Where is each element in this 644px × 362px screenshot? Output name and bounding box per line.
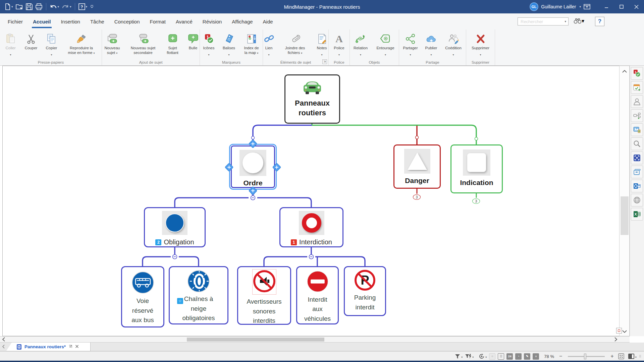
horizontal-scrollbar-thumb[interactable] xyxy=(187,338,324,342)
topic-indication[interactable]: Indication xyxy=(450,144,503,193)
find-binoculars-button[interactable]: ▾ xyxy=(574,17,584,24)
tab-accueil[interactable]: Accueil xyxy=(28,13,56,29)
scroll-up-icon[interactable] xyxy=(620,68,629,74)
zoom-in-button[interactable]: + xyxy=(610,353,613,359)
toggle-pen-button[interactable]: ✎ xyxy=(524,353,530,360)
icones-button[interactable]: 1 Icônes xyxy=(200,32,218,55)
filter-button[interactable] xyxy=(454,353,463,359)
nouveau-sujet-button[interactable]: Nouveausujet xyxy=(100,32,124,55)
search-input[interactable]: Rechercher ▾ xyxy=(518,17,569,25)
topic-panneaux-routiers[interactable]: Panneauxroutiers xyxy=(284,74,340,124)
indication-collapse-count[interactable]: 3 xyxy=(472,198,480,204)
help-menu-button[interactable]: ? ▾ xyxy=(77,2,89,12)
zoom-slider-thumb[interactable] xyxy=(584,354,586,359)
topic-obligation[interactable]: 2 Obligation xyxy=(144,207,206,247)
tab-aide[interactable]: Aide xyxy=(258,13,278,29)
police-dropdown-icon[interactable] xyxy=(338,51,340,57)
redo-button[interactable]: ▾ xyxy=(60,2,73,12)
fit-map-button[interactable] xyxy=(616,328,622,334)
vertical-scrollbar[interactable] xyxy=(619,66,630,336)
sidebar-tab-search[interactable] xyxy=(631,137,643,150)
user-menu-arrow-icon[interactable]: ▾ xyxy=(579,5,581,8)
nouveau-sujet-secondaire-button[interactable]: Nouveau sujetsecondaire xyxy=(126,32,161,55)
document-expand-icon[interactable] xyxy=(68,345,72,349)
customize-qat-button[interactable] xyxy=(89,2,95,12)
sidebar-tab-image-add[interactable] xyxy=(631,123,643,136)
user-avatar[interactable]: GL xyxy=(530,2,538,11)
task-pane-button[interactable] xyxy=(628,353,637,359)
coller-button[interactable]: Coller xyxy=(1,32,20,55)
toggle-calendar-button[interactable]: 24 xyxy=(506,353,513,360)
find-arrow-icon[interactable]: ▾ xyxy=(582,18,584,24)
topic-interdit-aux-vehicules[interactable]: Interditauxvéhicules xyxy=(296,266,339,324)
doc-tab-scroll-left-icon[interactable] xyxy=(2,345,5,349)
quick-filter-button[interactable] xyxy=(465,353,474,359)
reproduire-button[interactable]: Reproduire lamise en forme xyxy=(62,32,101,55)
scroll-right-icon[interactable] xyxy=(614,337,618,342)
relation-button[interactable]: Relation xyxy=(350,32,371,54)
sujet-flottant-button[interactable]: Sujetflottant xyxy=(162,32,183,55)
balises-dropdown-icon[interactable] xyxy=(228,51,229,57)
priority-1-badge[interactable]: 1 xyxy=(291,239,297,245)
topic-interdiction[interactable]: 1 Interdiction xyxy=(279,207,343,247)
sidebar-tab-archive[interactable] xyxy=(631,166,643,178)
entourage-button[interactable]: Entourage xyxy=(372,32,398,54)
coedition-button[interactable]: Coédition xyxy=(442,32,465,54)
toggle-outline-button[interactable]: ☰ xyxy=(498,353,504,360)
refresh-button[interactable] xyxy=(479,353,487,359)
supprimer-button[interactable]: Supprimer xyxy=(469,32,493,54)
zoom-out-button[interactable]: − xyxy=(559,353,562,359)
police-button[interactable]: A Police xyxy=(330,32,348,54)
relation-dropdown-icon[interactable] xyxy=(360,51,361,57)
sidebar-tab-person[interactable] xyxy=(631,95,643,108)
supprimer-dropdown-icon[interactable] xyxy=(480,51,481,57)
help-button[interactable]: ? xyxy=(595,17,604,26)
topic-avertisseurs-sonores[interactable]: Avertisseurssonoresinterdits xyxy=(237,266,291,325)
partager-button[interactable]: Partager xyxy=(400,32,421,54)
index-map-button[interactable]: Index dela map xyxy=(240,32,263,55)
entourage-dropdown-icon[interactable] xyxy=(385,51,386,57)
maximize-button[interactable] xyxy=(614,0,629,13)
publier-dropdown-icon[interactable] xyxy=(430,51,432,57)
topic-voie-reservee-aux-bus[interactable]: Voieréservéaux bus xyxy=(121,266,164,327)
toggle-grid-button[interactable]: ⁘ xyxy=(489,353,495,360)
tab-format[interactable]: Format xyxy=(145,13,171,29)
toggle-clock-button[interactable]: ◔ xyxy=(515,353,522,360)
danger-collapse-count[interactable]: 3 xyxy=(413,194,421,200)
joindre-dropdown-icon[interactable] xyxy=(301,51,302,55)
user-account[interactable]: GL Guillaume Lailler ▾ xyxy=(530,0,590,13)
vertical-scrollbar-thumb[interactable] xyxy=(621,196,629,235)
topic-parking-interdit[interactable]: P Parkinginterdit xyxy=(344,266,386,316)
sidebar-tab-outlook[interactable] xyxy=(631,180,643,192)
minimize-button[interactable] xyxy=(599,0,614,13)
document-close-icon[interactable] xyxy=(75,345,79,349)
sidebar-tab-marker-icons[interactable]: 1 xyxy=(631,67,643,80)
open-button[interactable] xyxy=(14,2,24,12)
priority-2-badge[interactable]: 2 xyxy=(155,239,161,245)
toggle-presentation-button[interactable]: ≡ xyxy=(533,353,539,360)
copier-dropdown-icon[interactable] xyxy=(51,51,52,57)
copier-button[interactable]: Copier xyxy=(42,32,61,55)
scroll-left-icon[interactable] xyxy=(2,337,5,342)
document-tab[interactable]: Panneaux routiers* xyxy=(6,343,91,351)
bulle-button[interactable]: Bulle xyxy=(185,32,202,55)
fit-window-button[interactable] xyxy=(618,353,624,359)
topic-ordre[interactable]: Ordre xyxy=(231,145,275,188)
sidebar-tab-excel[interactable]: X xyxy=(631,208,643,221)
sidebar-tab-calendar[interactable] xyxy=(631,81,643,94)
tab-revision[interactable]: Révision xyxy=(198,13,227,29)
search-dropdown-arrow-icon[interactable]: ▾ xyxy=(565,20,568,23)
tab-affichage[interactable]: Affichage xyxy=(227,13,258,29)
star-marker-badge[interactable]: ☆ xyxy=(177,298,183,304)
new-document-arrow-icon[interactable]: ▾ xyxy=(11,5,13,8)
sidebar-tab-fit-map[interactable] xyxy=(631,152,643,164)
lien-button[interactable]: Lien xyxy=(261,32,277,55)
notes-button[interactable]: Notes xyxy=(313,32,331,55)
print-button[interactable] xyxy=(34,2,44,12)
topic-chaines-a-neige[interactable]: ☆ Chaînes àneigeobligatoires xyxy=(169,266,228,324)
index-map-dropdown-icon[interactable] xyxy=(257,51,258,55)
tab-avance[interactable]: Avancé xyxy=(171,13,198,29)
close-button[interactable] xyxy=(629,0,644,13)
undo-arrow-icon[interactable]: ▾ xyxy=(58,5,59,8)
redo-arrow-icon[interactable]: ▾ xyxy=(70,5,71,8)
